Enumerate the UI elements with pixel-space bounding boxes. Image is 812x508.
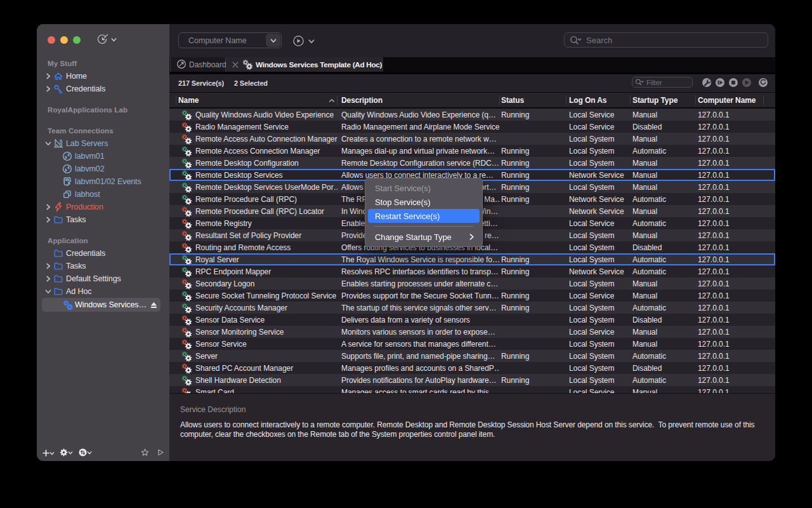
dashboard-icon	[177, 60, 186, 69]
sidebar-item-labvm01[interactable]: labvm01	[37, 150, 169, 163]
search-field[interactable]: Search	[564, 32, 768, 48]
menu-item-restart-service-s-[interactable]: Restart Service(s)	[368, 209, 480, 223]
service-status: Running	[501, 352, 565, 361]
service-description: Delivers data from a variety of sensors	[341, 316, 500, 324]
service-row-rpc-endpoint-mapper[interactable]: RPC Endpoint MapperResolves RPC interfac…	[169, 265, 775, 277]
column-separator[interactable]	[630, 95, 631, 105]
service-row-radio-management-service[interactable]: Radio Management ServiceRadio Management…	[169, 121, 775, 133]
sidebar-item-label: labvm01	[75, 152, 105, 161]
properties-button[interactable]	[702, 78, 711, 87]
chevron-right-icon[interactable]	[45, 73, 51, 79]
sidebar-item-windows-services-[interactable]: Windows Services…	[37, 298, 169, 312]
sidebar-item-default-settings[interactable]: Default Settings	[37, 272, 169, 285]
sidebar-item-lab-servers[interactable]: Lab Servers	[37, 137, 169, 150]
add-object-button[interactable]	[43, 450, 55, 457]
service-startup-type: Manual	[632, 279, 695, 288]
column-separator[interactable]	[566, 95, 566, 105]
sidebar-item-credentials[interactable]: Credentials	[37, 83, 169, 95]
sidebar-item-labvm01-02-events[interactable]: labvm01/02 Events	[37, 175, 169, 188]
sidebar-item-ad-hoc[interactable]: Ad Hoc	[37, 285, 169, 298]
service-row-security-accounts-manager[interactable]: Security Accounts ManagerThe startup of …	[169, 302, 775, 314]
sidebar-item-tasks[interactable]: Tasks	[37, 213, 169, 226]
sidebar-item-label: Tasks	[66, 215, 86, 224]
sidebar-item-tasks[interactable]: Tasks	[37, 260, 169, 272]
sidebar-item-label: Production	[66, 203, 103, 211]
tab-windows-services[interactable]: Windows Services Template (Ad Hoc)	[226, 57, 383, 72]
service-row-server[interactable]: ServerSupports file, print, and named-pi…	[169, 350, 775, 362]
service-row-smart-card[interactable]: Smart CardManages access to smart cards …	[169, 386, 775, 393]
chevron-down-icon[interactable]	[45, 140, 51, 147]
service-row-sensor-data-service[interactable]: Sensor Data ServiceDelivers data from a …	[169, 314, 775, 326]
app-action-menu[interactable]	[96, 34, 117, 46]
service-status: Running	[501, 159, 565, 168]
menu-item-change-startup-type[interactable]: Change Startup Type	[368, 230, 480, 244]
sidebar-section-my-stuff: My Stuff	[37, 57, 169, 70]
sidebar-item-production[interactable]: Production	[37, 201, 169, 213]
chartdoc-icon	[53, 138, 63, 149]
service-logon: Network Service	[569, 267, 629, 276]
favorites-button[interactable]	[141, 448, 149, 457]
close-window-button[interactable]	[48, 36, 55, 44]
connect-play-button[interactable]	[293, 36, 304, 46]
zoom-window-button[interactable]	[73, 36, 81, 44]
chevron-right-icon[interactable]	[45, 217, 51, 223]
service-startup-type: Automatic	[632, 267, 695, 276]
tab-dashboard[interactable]: Dashboard	[170, 57, 226, 72]
sidebar-item-credentials[interactable]: Credentials	[37, 247, 169, 260]
stop-service-button[interactable]	[729, 78, 738, 87]
service-row-sensor-monitoring-service[interactable]: Sensor Monitoring ServiceMonitors variou…	[169, 326, 775, 338]
column-header-startup-type[interactable]: Startup Type	[632, 96, 678, 105]
royal-server-button[interactable]	[79, 448, 92, 457]
column-separator[interactable]	[695, 95, 696, 105]
service-row-shell-hardware-detection[interactable]: Shell Hardware DetectionProvides notific…	[169, 374, 775, 386]
service-name: Routing and Remote Access	[195, 243, 337, 252]
chevron-down-icon[interactable]	[45, 288, 51, 295]
service-computer-name: 127.0.0.1	[698, 219, 761, 228]
chevron-down-icon[interactable]	[308, 38, 315, 44]
chevron-right-icon[interactable]	[45, 263, 51, 269]
service-row-remote-desktop-configuration[interactable]: Remote Desktop ConfigurationRemote Deskt…	[169, 157, 775, 169]
close-tab-icon[interactable]	[232, 61, 239, 69]
service-row-sensor-service[interactable]: Sensor ServiceA service for sensors that…	[169, 338, 775, 350]
sidebar-item-labhost[interactable]: labhost	[37, 188, 169, 201]
service-logon: Local System	[569, 183, 629, 192]
sidebar-item-label: Lab Servers	[66, 139, 108, 148]
column-header-computer-name[interactable]: Computer Name	[698, 96, 756, 105]
column-separator[interactable]	[337, 95, 337, 105]
chevron-right-icon[interactable]	[45, 86, 51, 92]
chevron-right-icon[interactable]	[45, 204, 51, 210]
service-gears-icon	[181, 170, 193, 180]
filter-field[interactable]: Filter	[632, 77, 693, 88]
sidebar-item-labvm02[interactable]: labvm02	[37, 163, 169, 175]
service-logon: Local Service	[569, 219, 629, 228]
service-gears-icon	[181, 363, 193, 373]
sidebar-item-home[interactable]: Home	[37, 70, 169, 83]
column-header-status[interactable]: Status	[501, 96, 524, 105]
service-row-shared-pc-account-manager[interactable]: Shared PC Account ManagerManages profile…	[169, 362, 775, 374]
column-header-log-on-as[interactable]: Log On As	[569, 96, 606, 105]
service-computer-name: 127.0.0.1	[698, 135, 761, 144]
connect-button[interactable]	[157, 448, 164, 457]
eject-icon[interactable]	[150, 301, 158, 309]
settings-button[interactable]	[60, 448, 73, 457]
chevron-right-icon[interactable]	[45, 276, 51, 282]
service-row-quality-windows-audio-video-experience[interactable]: Quality Windows Audio Video ExperienceQu…	[169, 109, 775, 121]
service-row-secure-socket-tunneling-protocol-service[interactable]: Secure Socket Tunneling Protocol Service…	[169, 290, 775, 302]
restart-service-button[interactable]	[716, 78, 724, 87]
service-row-royal-server[interactable]: Royal ServerThe Royal Windows Service is…	[169, 253, 775, 265]
column-separator[interactable]	[499, 95, 500, 105]
column-separator[interactable]	[176, 95, 176, 105]
service-row-remote-access-auto-connection-manager[interactable]: Remote Access Auto Connection ManagerCre…	[169, 133, 775, 145]
start-service-button[interactable]	[742, 78, 751, 87]
service-row-remote-access-connection-manager[interactable]: Remote Access Connection ManagerManages …	[169, 145, 775, 157]
service-row-secondary-logon[interactable]: Secondary LogonEnables starting processe…	[169, 277, 775, 290]
column-header-description[interactable]: Description	[341, 96, 383, 105]
column-header-name[interactable]: Name	[178, 96, 199, 105]
refresh-button[interactable]	[759, 78, 768, 87]
computer-name-dropdown-button[interactable]	[266, 34, 280, 47]
computer-name-combobox[interactable]: Computer Name	[178, 32, 282, 48]
column-separator[interactable]	[763, 95, 764, 105]
minimize-window-button[interactable]	[60, 36, 68, 44]
menu-item-stop-service-s-[interactable]: Stop Service(s)	[368, 195, 480, 209]
service-startup-type: Automatic	[632, 147, 695, 156]
